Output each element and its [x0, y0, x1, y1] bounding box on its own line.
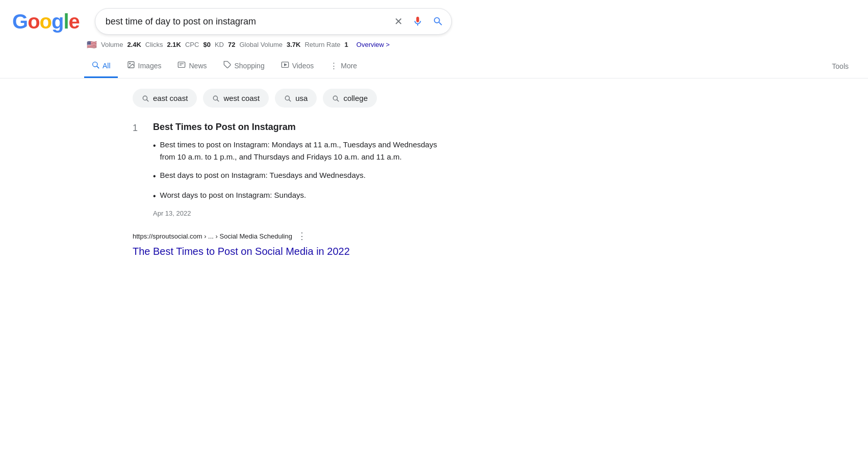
flag-icon: 🇺🇸: [87, 40, 97, 49]
chip-usa[interactable]: usa: [275, 89, 317, 108]
tab-news-label: News: [189, 62, 207, 70]
chip-east-coast-label: east coast: [153, 94, 188, 102]
logo-o1: o: [28, 10, 39, 33]
return-rate-label: Return Rate: [304, 41, 340, 48]
tab-images[interactable]: Images: [120, 55, 169, 78]
more-options-icon[interactable]: ⋮: [295, 229, 309, 243]
svg-line-13: [217, 99, 219, 101]
chip-search-icon: [284, 95, 291, 102]
tab-videos[interactable]: Videos: [274, 55, 321, 78]
nav-tabs: All Images News Shopping Videos ⋮ More T…: [0, 55, 868, 78]
tab-videos-label: Videos: [292, 62, 314, 70]
chip-usa-label: usa: [295, 94, 308, 102]
logo-e: e: [69, 10, 80, 33]
svg-point-3: [129, 63, 130, 64]
bullet-3: Worst days to post on Instagram: Sundays…: [153, 189, 447, 203]
overview-link[interactable]: Overview >: [356, 41, 390, 48]
volume-value: 2.4K: [127, 41, 141, 48]
return-rate-value: 1: [345, 41, 348, 48]
clicks-value: 2.1K: [167, 41, 181, 48]
search-icon-group: ✕: [392, 13, 446, 30]
tools-button[interactable]: Tools: [825, 56, 856, 76]
clicks-label: Clicks: [145, 41, 163, 48]
result-bullets: Best times to post on Instagram: Mondays…: [153, 139, 447, 202]
bullet-3-text: Worst days to post on Instagram: Sundays…: [160, 189, 307, 201]
svg-line-1: [97, 66, 99, 68]
svg-line-17: [337, 99, 339, 101]
result-number-row: 1 Best Times to Post on Instagram Best t…: [133, 122, 447, 217]
result-number: 1: [133, 123, 143, 134]
kd-value: 72: [228, 41, 235, 48]
chip-west-coast-label: west coast: [223, 94, 260, 102]
tab-shopping[interactable]: Shopping: [216, 55, 272, 78]
result-title-link[interactable]: The Best Times to Post on Social Media i…: [133, 246, 350, 257]
images-icon: [127, 61, 135, 70]
svg-marker-9: [284, 64, 286, 66]
tab-news[interactable]: News: [170, 55, 214, 78]
header: Google ✕: [0, 0, 868, 35]
result-url-row: https://sproutsocial.com › ... › Social …: [133, 229, 447, 243]
result-date: Apr 13, 2022: [153, 209, 447, 217]
chip-search-icon: [332, 95, 339, 102]
tab-all-label: All: [103, 62, 111, 70]
stats-row: 🇺🇸 Volume 2.4K Clicks 2.1K CPC $0 KD 72 …: [0, 35, 868, 54]
global-volume-value: 3.7K: [287, 41, 300, 48]
result-heading: Best Times to Post on Instagram: [153, 122, 447, 133]
search-icon: [432, 16, 444, 27]
tab-more[interactable]: ⋮ More: [323, 55, 364, 78]
chip-east-coast[interactable]: east coast: [133, 89, 197, 108]
all-icon: [91, 61, 99, 70]
tab-more-label: More: [341, 62, 357, 70]
search-bar-wrapper: ✕: [95, 8, 452, 35]
chip-college[interactable]: college: [323, 89, 377, 108]
main-content: east coast west coast usa college 1 Best…: [0, 78, 459, 268]
bullet-2-text: Best days to post on Instagram: Tuesdays…: [160, 169, 366, 181]
tab-images-label: Images: [138, 62, 162, 70]
search-button[interactable]: [430, 14, 446, 29]
bullet-2: Best days to post on Instagram: Tuesdays…: [153, 169, 447, 183]
microphone-icon: [412, 16, 423, 27]
volume-label: Volume: [101, 41, 123, 48]
cpc-label: CPC: [185, 41, 199, 48]
google-logo: Google: [12, 10, 80, 33]
result-content: Best Times to Post on Instagram Best tim…: [153, 122, 447, 217]
tab-all[interactable]: All: [84, 55, 118, 78]
chip-search-icon: [212, 95, 219, 102]
svg-line-15: [289, 99, 291, 101]
more-dots-icon: ⋮: [330, 61, 338, 70]
result-1: 1 Best Times to Post on Instagram Best t…: [133, 122, 447, 217]
shopping-icon: [223, 61, 232, 70]
result-2: https://sproutsocial.com › ... › Social …: [133, 229, 447, 258]
chip-west-coast[interactable]: west coast: [203, 89, 269, 108]
chip-search-icon: [142, 95, 149, 102]
bullet-1-text: Best times to post on Instagram: Mondays…: [160, 139, 447, 163]
logo-l: l: [63, 10, 68, 33]
chip-college-label: college: [343, 94, 368, 102]
related-chips: east coast west coast usa college: [133, 89, 447, 108]
tab-shopping-label: Shopping: [235, 62, 265, 70]
videos-icon: [281, 61, 289, 70]
logo-o2: o: [40, 10, 52, 33]
global-volume-label: Global Volume: [239, 41, 283, 48]
svg-line-11: [147, 99, 148, 101]
news-icon: [177, 61, 186, 70]
kd-label: KD: [215, 41, 224, 48]
logo-g2: g: [52, 10, 63, 33]
voice-search-button[interactable]: [410, 14, 425, 29]
cpc-value: $0: [203, 41, 210, 48]
close-icon: ✕: [394, 15, 403, 28]
bullet-1: Best times to post on Instagram: Mondays…: [153, 139, 447, 163]
result-url: https://sproutsocial.com › ... › Social …: [133, 232, 292, 240]
logo-g: G: [12, 10, 28, 33]
clear-button[interactable]: ✕: [392, 13, 405, 30]
